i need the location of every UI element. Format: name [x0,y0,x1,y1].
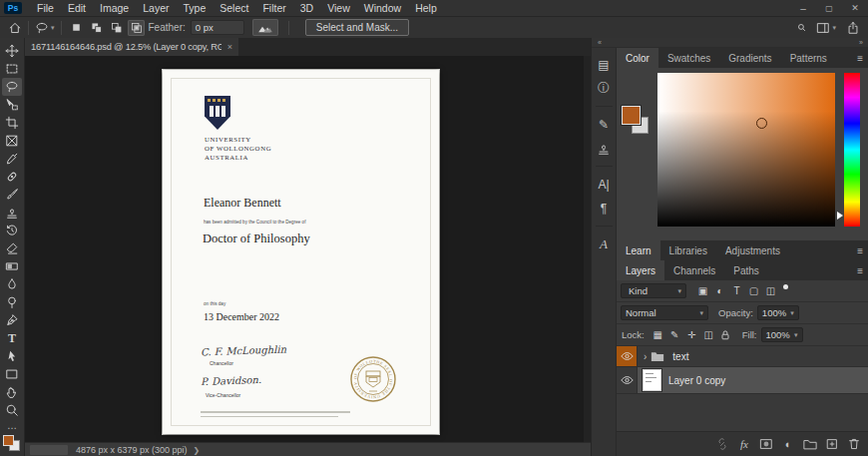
photoshop-app-icon[interactable]: Ps [4,2,22,14]
menu-filter[interactable]: Filter [255,2,292,14]
tab-paths[interactable]: Paths [724,260,768,280]
paragraph-panel-icon[interactable]: ¶ [594,200,614,217]
hue-slider[interactable] [844,73,860,227]
type-layers-filter-icon[interactable]: T [728,285,745,296]
menu-select[interactable]: Select [213,2,255,14]
link-layers-button[interactable] [713,436,731,452]
tab-color[interactable]: Color [617,48,658,68]
layer-row-group-text[interactable]: › text [617,346,868,367]
anti-alias-toggle[interactable] [252,19,278,36]
layer-thumbnail[interactable] [644,370,660,390]
visibility-toggle[interactable] [617,367,638,393]
minimize-button[interactable]: – [790,3,816,14]
document-tab[interactable]: 1671146164646.psd @ 12.5% (Layer 0 copy,… [25,38,238,56]
workspace-switcher-icon[interactable]: ▾ [816,21,836,35]
path-selection-tool[interactable] [2,347,22,365]
lasso-tool[interactable] [2,78,22,96]
feather-input[interactable]: 0 px [191,20,244,35]
layer-name[interactable]: text [672,351,688,362]
layer-filter-dropdown[interactable]: Kind▾ [621,283,686,298]
color-field-marker[interactable] [756,118,767,129]
foreground-color-swatch[interactable] [622,106,641,125]
eyedropper-tool[interactable] [2,150,22,168]
menu-image[interactable]: Image [93,2,136,14]
shape-layers-filter-icon[interactable]: ▢ [745,285,762,296]
tab-layers[interactable]: Layers [617,260,664,280]
foreground-color[interactable] [3,435,14,446]
filter-pin-toggle[interactable] [783,284,788,289]
new-selection-button[interactable] [68,20,85,36]
menu-layer[interactable]: Layer [136,2,176,14]
color-field[interactable] [657,73,835,227]
status-chevron-icon[interactable]: ❯ [194,446,201,455]
lock-all-icon[interactable] [717,329,734,341]
panel-menu-icon[interactable]: ≡ [857,53,863,64]
move-tool[interactable] [2,42,22,60]
collapse-right-icon[interactable]: » [859,39,863,46]
lasso-tool-preset-icon[interactable] [35,21,49,35]
canvas-area[interactable]: UNIVERSITY OF WOLLONGONG AUSTRALIA Elean… [25,56,591,442]
hue-slider-marker[interactable] [837,212,843,220]
crop-tool[interactable] [2,114,22,132]
dodge-tool[interactable] [2,293,22,311]
adjustment-layer-button[interactable]: ◐ [779,436,797,452]
menu-window[interactable]: Window [357,2,408,14]
visibility-toggle[interactable] [617,346,638,366]
menu-file[interactable]: File [30,2,61,14]
tab-swatches[interactable]: Swatches [658,48,719,68]
vertical-scrollbar[interactable] [584,56,591,442]
adjustment-layers-filter-icon[interactable]: ◐ [711,285,728,296]
search-icon[interactable] [797,23,806,32]
tab-adjustments[interactable]: Adjustments [716,240,789,260]
foreground-background-swatches[interactable] [622,106,651,136]
character-panel-icon[interactable]: A| [594,176,614,193]
restore-button[interactable]: ▢ [816,3,842,14]
disclosure-arrow-icon[interactable]: › [644,351,647,362]
close-button[interactable]: ✕ [842,3,868,14]
tab-patterns[interactable]: Patterns [781,48,836,68]
blend-mode-dropdown[interactable]: Normal▾ [621,305,708,320]
certificate-document[interactable]: UNIVERSITY OF WOLLONGONG AUSTRALIA Elean… [163,70,439,434]
tab-learn[interactable]: Learn [617,240,660,260]
share-icon[interactable] [846,21,860,35]
tab-gradients[interactable]: Gradients [719,48,780,68]
blur-tool[interactable] [2,275,22,293]
layer-name[interactable]: Layer 0 copy [668,375,725,386]
menu-help[interactable]: Help [408,2,444,14]
select-and-mask-button[interactable]: Select and Mask... [305,19,409,36]
lock-pixels-icon[interactable]: ✎ [666,329,683,341]
home-button[interactable] [8,21,22,35]
zoom-level-field[interactable] [30,445,68,455]
menu-edit[interactable]: Edit [61,2,93,14]
menu-view[interactable]: View [320,2,357,14]
add-to-selection-button[interactable] [88,20,105,36]
zoom-tool[interactable] [2,401,22,419]
panel-menu-icon[interactable]: ≡ [857,265,863,276]
rectangular-marquee-tool[interactable] [2,60,22,78]
gradient-tool[interactable] [2,257,22,275]
eraser-tool[interactable] [2,239,22,257]
frame-tool[interactable] [2,132,22,150]
lock-position-icon[interactable]: ✛ [683,329,700,341]
tab-libraries[interactable]: Libraries [660,240,716,260]
subtract-from-selection-button[interactable] [108,20,125,36]
brush-settings-panel-icon[interactable]: ✎ [594,116,614,133]
clone-source-panel-icon[interactable] [594,140,614,157]
edit-toolbar-icon[interactable]: … [7,420,17,431]
properties-panel-icon[interactable]: ▤ [594,56,614,73]
brush-tool[interactable] [2,186,22,204]
toolbar-color-swatches[interactable] [3,435,21,451]
history-brush-tool[interactable] [2,222,22,239]
object-selection-tool[interactable] [2,96,22,114]
pixel-layers-filter-icon[interactable]: ▣ [694,285,711,296]
intersect-with-selection-button[interactable] [128,20,145,36]
glyphs-panel-icon[interactable]: A [594,235,614,252]
lock-artboard-icon[interactable]: ◫ [700,329,717,341]
hand-tool[interactable] [2,383,22,401]
layer-row-layer0copy[interactable]: Layer 0 copy [617,367,868,394]
smart-object-filter-icon[interactable]: ◫ [762,285,779,296]
chevron-down-icon[interactable]: ▾ [51,24,55,32]
new-group-button[interactable] [801,436,819,452]
type-tool[interactable]: T [2,329,22,347]
new-layer-button[interactable] [823,436,841,452]
